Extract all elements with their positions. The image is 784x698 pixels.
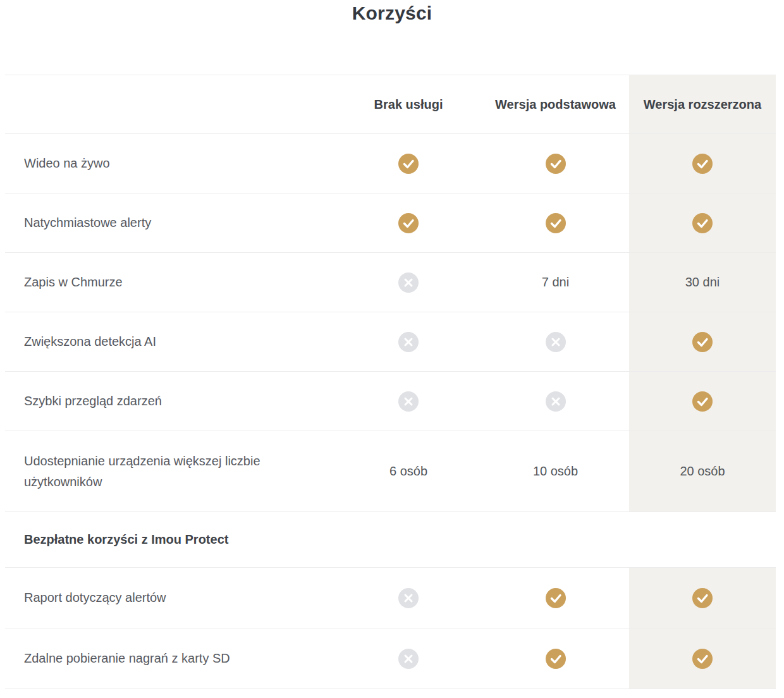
row-label-cell: Raport dotyczący alertów [5, 568, 335, 628]
value-cell: 30 dni [629, 253, 776, 312]
value-cell [482, 193, 629, 252]
row-label: Zapis w Chmurze [24, 272, 123, 293]
section-header: Bezpłatne korzyści z Imou Protect [5, 512, 776, 567]
check-icon [546, 213, 566, 233]
row-label-cell: Natychmiastowe alerty [5, 193, 335, 252]
row-label-cell: Zapis w Chmurze [5, 253, 335, 312]
row-label-cell: Szybki przegląd zdarzeń [5, 372, 335, 431]
value-cell [629, 193, 776, 252]
table-row: Udostepnianie urządzenia większej liczbi… [5, 431, 776, 512]
section-header-row: Bezpłatne korzyści z Imou Protect [5, 512, 776, 568]
check-icon [692, 649, 713, 669]
value-cell [629, 628, 776, 689]
table-row: Zwiększona detekcja AI [5, 312, 776, 372]
check-icon [692, 213, 713, 233]
cross-icon [398, 272, 419, 293]
table-row: Szybki przegląd zdarzeń [5, 372, 776, 431]
value-cell: 10 osób [482, 431, 629, 511]
table-row: Zdalne pobieranie nagrań z karty SD [5, 628, 776, 689]
header-cell-empty [5, 75, 335, 133]
check-icon [692, 391, 713, 412]
check-icon [692, 154, 713, 174]
row-label-cell: Wideo na żywo [5, 134, 335, 193]
value-cell [335, 312, 482, 371]
row-label: Zwiększona detekcja AI [24, 331, 156, 352]
value-cell [629, 312, 776, 371]
page-header: Korzyści [0, 0, 784, 75]
value-cell [335, 253, 482, 312]
check-icon [546, 588, 566, 608]
table-header-row: Brak usługiWersja podstawowaWersja rozsz… [5, 75, 776, 134]
check-icon [692, 332, 713, 352]
column-header-label: Wersja rozszerzona [644, 97, 761, 112]
column-header-label: Wersja podstawowa [495, 97, 616, 112]
column-header-label: Brak usługi [374, 97, 443, 112]
table-row: Natychmiastowe alerty [5, 193, 776, 253]
check-icon [398, 154, 419, 174]
cell-value: 6 osób [389, 464, 427, 479]
column-header: Brak usługi [335, 75, 482, 133]
cross-icon [398, 588, 419, 608]
table-row: Zapis w Chmurze7 dni30 dni [5, 253, 776, 312]
cross-icon [398, 391, 419, 412]
value-cell [482, 134, 629, 193]
table-row: Wideo na żywo [5, 134, 776, 193]
check-icon [398, 213, 419, 233]
row-label-cell: Zwiększona detekcja AI [5, 312, 335, 371]
value-cell [629, 134, 776, 193]
value-cell [629, 372, 776, 431]
row-label: Zdalne pobieranie nagrań z karty SD [24, 648, 230, 669]
cross-icon [546, 391, 566, 412]
row-label: Szybki przegląd zdarzeń [24, 391, 162, 412]
value-cell [335, 134, 482, 193]
value-cell [335, 628, 482, 689]
cell-value: 7 dni [542, 275, 569, 290]
value-cell: 7 dni [482, 253, 629, 312]
value-cell [629, 568, 776, 628]
section-header-label: Bezpłatne korzyści z Imou Protect [24, 529, 228, 550]
value-cell: 20 osób [629, 431, 776, 511]
column-header: Wersja rozszerzona [629, 75, 776, 133]
row-label-cell: Zdalne pobieranie nagrań z karty SD [5, 628, 335, 689]
cell-value: 30 dni [685, 275, 720, 290]
row-label: Wideo na żywo [24, 153, 110, 174]
check-icon [546, 649, 566, 669]
cross-icon [546, 332, 566, 352]
page-title: Korzyści [352, 0, 432, 27]
check-icon [546, 154, 566, 174]
value-cell [335, 193, 482, 252]
row-label: Natychmiastowe alerty [24, 212, 151, 233]
value-cell [482, 372, 629, 431]
cell-value: 20 osób [680, 464, 725, 479]
row-label: Udostepnianie urządzenia większej liczbi… [24, 451, 310, 493]
cell-value: 10 osób [533, 464, 578, 479]
benefits-table: Brak usługiWersja podstawowaWersja rozsz… [5, 75, 776, 689]
table-row: Raport dotyczący alertów [5, 568, 776, 628]
value-cell [482, 628, 629, 689]
row-label: Raport dotyczący alertów [24, 587, 166, 608]
value-cell [482, 312, 629, 371]
value-cell [335, 372, 482, 431]
column-header: Wersja podstawowa [482, 75, 629, 133]
cross-icon [398, 332, 419, 352]
check-icon [692, 588, 713, 608]
value-cell [335, 568, 482, 628]
value-cell: 6 osób [335, 431, 482, 511]
value-cell [482, 568, 629, 628]
row-label-cell: Udostepnianie urządzenia większej liczbi… [5, 431, 335, 511]
cross-icon [398, 649, 419, 669]
